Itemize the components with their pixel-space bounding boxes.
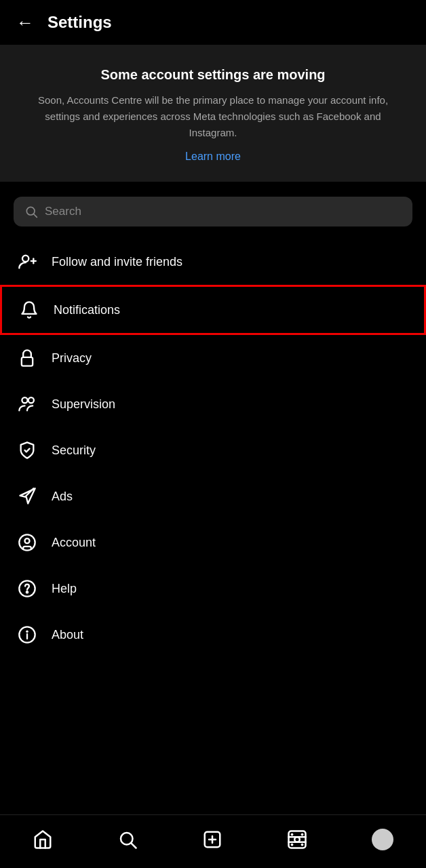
svg-point-23 <box>291 833 294 836</box>
svg-rect-5 <box>22 357 33 366</box>
home-icon <box>33 829 53 850</box>
menu-item-ads[interactable]: Ads <box>0 473 426 519</box>
search-container: Search <box>0 187 426 233</box>
header: ← Settings <box>0 0 426 45</box>
create-icon <box>202 829 222 850</box>
search-bar[interactable]: Search <box>14 197 412 226</box>
search-placeholder: Search <box>45 205 81 218</box>
menu-item-notifications[interactable]: Notifications <box>0 285 426 335</box>
security-icon <box>16 439 38 461</box>
menu-item-follow[interactable]: Follow and invite friends <box>0 239 426 285</box>
search-icon <box>24 205 38 218</box>
svg-line-17 <box>131 844 136 848</box>
svg-point-7 <box>28 397 34 403</box>
nav-search[interactable] <box>109 825 146 854</box>
banner-body: Soon, Accounts Centre will be the primar… <box>27 92 399 141</box>
menu-label-follow: Follow and invite friends <box>52 255 182 269</box>
svg-line-1 <box>34 214 37 218</box>
account-icon <box>16 532 38 553</box>
menu-item-supervision[interactable]: Supervision <box>0 381 426 427</box>
svg-point-24 <box>301 833 304 836</box>
menu-item-account[interactable]: Account <box>0 519 426 566</box>
menu-list: Follow and invite friends Notifications … <box>0 233 426 814</box>
menu-label-help: Help <box>52 582 77 596</box>
banner: Some account settings are moving Soon, A… <box>0 45 426 182</box>
menu-label-account: Account <box>52 536 96 550</box>
reels-icon <box>287 829 307 850</box>
lock-icon <box>16 347 38 369</box>
nav-profile[interactable] <box>364 825 402 854</box>
svg-point-10 <box>25 538 30 543</box>
ads-icon <box>16 486 38 507</box>
svg-point-12 <box>26 591 28 593</box>
back-button[interactable]: ← <box>14 11 37 34</box>
banner-title: Some account settings are moving <box>27 65 399 84</box>
profile-avatar <box>372 829 393 850</box>
menu-item-about[interactable]: About <box>0 612 426 658</box>
help-icon <box>16 578 38 599</box>
menu-item-help[interactable]: Help <box>0 566 426 612</box>
bell-icon <box>18 299 40 321</box>
menu-label-supervision: Supervision <box>52 397 115 412</box>
supervision-icon <box>16 393 38 415</box>
menu-label-about: About <box>52 628 83 642</box>
info-icon <box>16 624 38 646</box>
menu-item-security[interactable]: Security <box>0 427 426 473</box>
svg-point-25 <box>291 844 294 846</box>
page-title: Settings <box>47 13 112 32</box>
nav-reels[interactable] <box>279 825 315 854</box>
learn-more-link[interactable]: Learn more <box>185 151 241 162</box>
svg-point-6 <box>22 397 27 403</box>
nav-home[interactable] <box>24 825 61 854</box>
svg-point-2 <box>22 256 28 262</box>
menu-label-notifications: Notifications <box>54 303 120 317</box>
menu-label-security: Security <box>52 443 96 458</box>
follow-icon <box>16 251 38 273</box>
menu-label-ads: Ads <box>52 490 73 504</box>
nav-create[interactable] <box>194 825 231 854</box>
menu-label-privacy: Privacy <box>52 351 92 366</box>
bottom-nav <box>0 814 426 868</box>
menu-item-privacy[interactable]: Privacy <box>0 335 426 381</box>
svg-point-26 <box>301 844 304 846</box>
search-nav-icon <box>117 829 138 850</box>
